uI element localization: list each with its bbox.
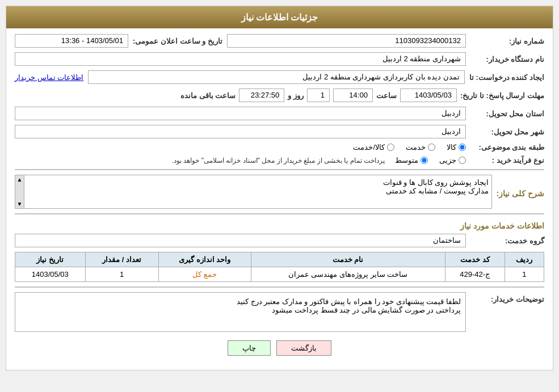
service-group-row: گروه خدمت: ساختمان bbox=[15, 234, 544, 247]
desc-line2: مدارک پیوست / مشابه کد خدمتی bbox=[28, 187, 489, 195]
radio-kala-khadamat: کالا/خدمت bbox=[353, 143, 394, 151]
reply-remaining: 23:27:50 bbox=[239, 88, 284, 102]
province-label: استان محل تحویل: bbox=[470, 109, 544, 118]
city-label: شهر محل تحویل: bbox=[470, 128, 544, 136]
cell-code: ج-42-429 bbox=[445, 267, 505, 282]
cell-name: ساخت سایر پروژه‌های مهندسی عمران bbox=[251, 267, 445, 282]
buyer-notes-row: توضیحات خریدار: لطفا قیمت پیشنهادی خود ر… bbox=[15, 292, 544, 332]
contact-link[interactable]: اطلاعات تماس خریدار bbox=[15, 73, 83, 82]
service-group-label: گروه خدمت: bbox=[470, 237, 544, 245]
radio-khadamat-input[interactable] bbox=[428, 144, 435, 151]
content-area: شماره نیاز: 1103093234000132 تاریخ و ساع… bbox=[6, 28, 553, 370]
desc-line1: ایجاد پوشش روی کابال ها و قنوات bbox=[28, 178, 489, 187]
divider-2 bbox=[15, 213, 544, 214]
col-date: تاریخ نیاز bbox=[15, 252, 86, 267]
col-name: نام خدمت bbox=[251, 252, 445, 267]
radio-khadamat: خدمت bbox=[406, 143, 435, 151]
col-code: کد خدمت bbox=[445, 252, 505, 267]
cell-count: 1 bbox=[85, 267, 158, 282]
buyer-notes-label: توضیحات خریدار: bbox=[470, 292, 544, 304]
reply-remaining-label: ساعت باقی مانده bbox=[180, 91, 236, 100]
category-radio-group: کالا خدمت کالا/خدمت bbox=[353, 143, 466, 151]
print-button[interactable]: چاپ bbox=[228, 340, 271, 356]
radio-jozyi-label: جزیی bbox=[439, 156, 456, 165]
buyer-org-row: نام دستگاه خریدار: شهرداری منطقه 2 اردبی… bbox=[15, 52, 544, 66]
buyer-org-label: نام دستگاه خریدار: bbox=[470, 55, 544, 64]
announce-date-value: 1403/05/01 - 13:36 bbox=[15, 34, 128, 48]
radio-motevaset: متوسط bbox=[395, 156, 428, 165]
desc-scrollbar[interactable]: ▲ ▼ bbox=[15, 175, 24, 208]
radio-jozyi: جزیی bbox=[439, 156, 466, 165]
cell-radif: 1 bbox=[505, 267, 544, 282]
buyer-notes-line2: پرداختی در صورت گشایش مالی در چند قسط پر… bbox=[20, 306, 461, 314]
page-wrapper: جزئیات اطلاعات نیاز شماره نیاز: 11030932… bbox=[0, 0, 559, 392]
page-header: جزئیات اطلاعات نیاز bbox=[6, 6, 553, 28]
purchase-type-row: نوع فرآیند خرید : جزیی متوسط پرداخت تمام… bbox=[15, 156, 544, 165]
need-number-row: شماره نیاز: 1103093234000132 تاریخ و ساع… bbox=[15, 34, 544, 48]
divider-3 bbox=[15, 286, 544, 288]
announce-date-label: تاریخ و ساعت اعلان عمومی: bbox=[133, 37, 222, 45]
reply-deadline-label: مهلت ارسال پاسخ: تا تاریخ: bbox=[460, 91, 544, 100]
reply-day-label: روز و bbox=[288, 91, 304, 100]
buyer-notes-line1: لطفا قیمت پیشنهادی خود را همراه با پیش ف… bbox=[20, 297, 461, 306]
requester-value: تمدن دیده بان کاربردازی شهرداری منطقه 2 … bbox=[88, 70, 465, 84]
general-desc-label: شرح کلی نیاز: bbox=[497, 189, 544, 198]
category-label: طبقه بندی موضوعی: bbox=[470, 143, 544, 151]
table-row: 1 ج-42-429 ساخت سایر پروژه‌های مهندسی عم… bbox=[15, 267, 544, 282]
requester-label: ایجاد کننده درخواست: تا bbox=[469, 73, 544, 82]
col-radif: ردیف bbox=[505, 252, 544, 267]
radio-kala: کالا bbox=[447, 143, 466, 151]
col-count: تعداد / مقدار bbox=[85, 252, 158, 267]
reply-date: 1403/05/03 bbox=[400, 88, 457, 102]
radio-kala-label: کالا bbox=[447, 143, 456, 151]
radio-kala-input[interactable] bbox=[459, 144, 466, 151]
need-number-value: 1103093234000132 bbox=[227, 34, 466, 48]
service-group-value: ساختمان bbox=[15, 234, 466, 247]
purchase-radio-group: جزیی متوسط bbox=[395, 156, 466, 165]
purchase-type-label: نوع فرآیند خرید : bbox=[470, 156, 544, 165]
radio-motevaset-label: متوسط bbox=[395, 156, 418, 165]
general-desc-container: ▲ ▼ ایجاد پوشش روی کابال ها و قنوات مدار… bbox=[15, 175, 492, 209]
buyer-org-value: شهرداری منطقه 2 اردبیل bbox=[15, 52, 466, 66]
radio-motevaset-input[interactable] bbox=[421, 157, 428, 164]
radio-jozyi-input[interactable] bbox=[459, 157, 466, 164]
desc-content: ایجاد پوشش روی کابال ها و قنوات مدارک پی… bbox=[28, 178, 489, 195]
province-row: استان محل تحویل: اردبیل bbox=[15, 107, 544, 120]
cell-date: 1403/05/03 bbox=[15, 267, 86, 282]
need-number-label: شماره نیاز: bbox=[470, 37, 544, 45]
services-section-title: اطلاعات خدمات مورد نیاز bbox=[15, 221, 544, 230]
city-row: شهر محل تحویل: اردبیل bbox=[15, 125, 544, 138]
reply-days: 1 bbox=[307, 88, 330, 102]
buyer-notes-box: لطفا قیمت پیشنهادی خود را همراه با پیش ف… bbox=[15, 292, 466, 332]
reply-time: 14:00 bbox=[333, 88, 373, 102]
reply-hour-label: ساعت bbox=[376, 91, 397, 100]
radio-kala-khadamat-label: کالا/خدمت bbox=[353, 143, 385, 151]
col-unit: واحد اندازه گیری bbox=[158, 252, 251, 267]
main-container: جزئیات اطلاعات نیاز شماره نیاز: 11030932… bbox=[6, 6, 553, 370]
category-row: طبقه بندی موضوعی: کالا خدمت کالا/خدمت bbox=[15, 143, 544, 151]
province-value: اردبیل bbox=[15, 107, 466, 120]
radio-kala-khadamat-input[interactable] bbox=[387, 144, 394, 151]
footer-buttons: بازگشت چاپ bbox=[15, 340, 544, 356]
services-table: ردیف کد خدمت نام خدمت واحد اندازه گیری ت… bbox=[15, 252, 544, 282]
cell-unit: جمع کل bbox=[158, 267, 251, 282]
page-title: جزئیات اطلاعات نیاز bbox=[241, 12, 318, 22]
general-desc-box: ▲ ▼ ایجاد پوشش روی کابال ها و قنوات مدار… bbox=[15, 175, 492, 209]
divider-1 bbox=[15, 169, 544, 170]
general-desc-row: شرح کلی نیاز: ▲ ▼ ایجاد پوشش روی کابال ه… bbox=[15, 175, 544, 209]
purchase-note: پرداخت تمام یا بخشی از مبلغ خریدار از مح… bbox=[172, 157, 385, 165]
back-button[interactable]: بازگشت bbox=[276, 340, 331, 356]
requester-row: ایجاد کننده درخواست: تا تمدن دیده بان کا… bbox=[15, 70, 544, 84]
radio-khadamat-label: خدمت bbox=[406, 143, 426, 151]
city-value: اردبیل bbox=[15, 125, 466, 138]
reply-deadline-row: مهلت ارسال پاسخ: تا تاریخ: 1403/05/03 سا… bbox=[15, 88, 544, 102]
